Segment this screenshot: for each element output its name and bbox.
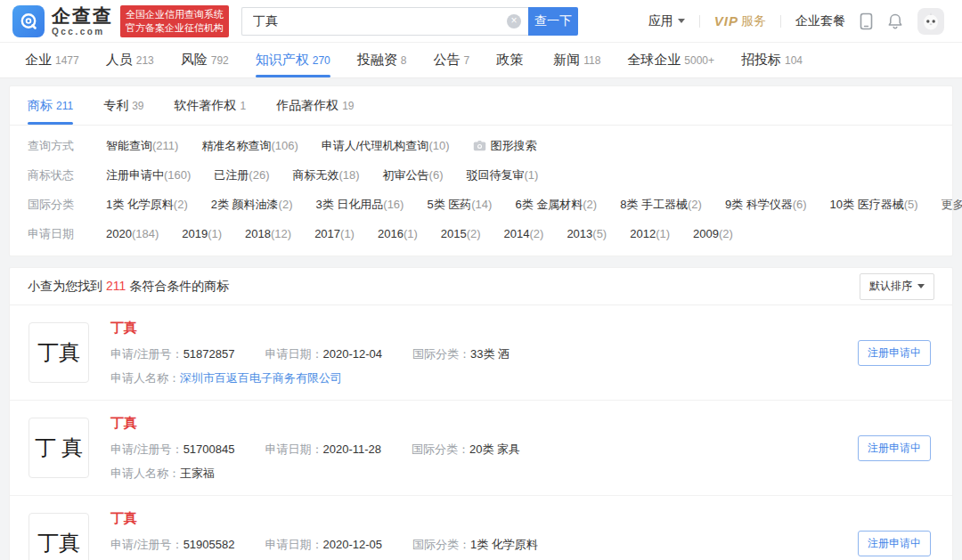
trademark-name-link[interactable]: 丁真 <box>110 415 137 432</box>
filter-row-query-method: 查询方式 智能查询(211) 精准名称查询(106) 申请人/代理机构查询(10… <box>28 131 934 160</box>
header-right-menu: 应用 VIP服务 企业套餐 <box>648 8 944 35</box>
filter-option[interactable]: 2016(1) <box>378 227 418 240</box>
trademark-result-row: 丁真 丁真 申请/注册号：51872857 申请日期：2020-12-04 国际… <box>10 305 952 401</box>
filter-panel: 商标211 专利39 软件著作权1 作品著作权19 查询方式 智能查询(211)… <box>9 85 953 256</box>
filter-row-trademark-status: 商标状态 注册申请中(160) 已注册(26) 商标无效(18) 初审公告(6)… <box>28 160 934 190</box>
filter-label: 商标状态 <box>28 167 106 183</box>
filter-option[interactable]: 注册申请中(160) <box>106 167 191 183</box>
user-avatar[interactable] <box>917 8 944 35</box>
filter-option[interactable]: 2015(2) <box>441 227 481 240</box>
application-date: 申请日期：2020-11-28 <box>265 442 381 458</box>
status-badge[interactable]: 注册申请中 <box>858 531 931 556</box>
divider <box>780 15 781 28</box>
filter-option[interactable]: 6类 金属材料(2) <box>515 197 597 213</box>
filter-option[interactable]: 2014(2) <box>504 227 544 240</box>
status-badge[interactable]: 注册申请中 <box>858 435 931 461</box>
filter-option[interactable]: 9类 科学仪器(6) <box>725 197 807 213</box>
trademark-image[interactable]: 丁真 <box>29 322 89 383</box>
mobile-app-icon[interactable] <box>860 12 873 30</box>
filter-option[interactable]: 智能查询(211) <box>106 138 178 154</box>
filter-option[interactable]: 8类 手工器械(2) <box>620 197 702 213</box>
qcc-logo-icon <box>12 5 45 37</box>
filter-label: 国际分类 <box>28 197 106 213</box>
clear-search-icon[interactable]: × <box>507 14 521 28</box>
trademark-name-link[interactable]: 丁真 <box>110 510 137 527</box>
qcc-logo-text: 企查查 Qcc.com <box>52 6 113 37</box>
international-class: 国际分类：1类 化学原料 <box>412 537 538 553</box>
trademark-name-link[interactable]: 丁真 <box>110 320 137 337</box>
filter-option[interactable]: 已注册(26) <box>214 167 269 183</box>
tab-investment[interactable]: 投融资8 <box>357 43 407 77</box>
trademark-image[interactable]: 丁真 <box>29 513 89 560</box>
filter-option[interactable]: 2012(1) <box>630 227 670 240</box>
filter-option[interactable]: 1类 化学原料(2) <box>106 197 188 213</box>
filter-option[interactable]: 申请人/代理机构查询(10) <box>322 138 450 154</box>
trademark-image[interactable]: 丁 真 <box>29 418 89 478</box>
vip-service-label: 服务 <box>741 13 766 29</box>
filter-option[interactable]: 2018(12) <box>245 227 291 240</box>
applicant-row: 申请人名称：深圳市百返百电子商务有限公司 <box>110 370 858 386</box>
filter-option[interactable]: 2类 颜料油漆(2) <box>211 197 293 213</box>
tab-announcement[interactable]: 公告7 <box>433 43 469 77</box>
filter-option[interactable]: 2020(184) <box>106 227 159 240</box>
filter-option[interactable]: 初审公告(6) <box>383 167 444 183</box>
subtab-software-copyright[interactable]: 软件著作权1 <box>175 86 247 125</box>
status-badge[interactable]: 注册申请中 <box>858 340 931 366</box>
tab-bidding[interactable]: 招投标104 <box>741 43 803 77</box>
filter-row-intl-class: 国际分类 1类 化学原料(2) 2类 颜料油漆(2) 3类 日化用品(16) 5… <box>28 190 934 219</box>
international-class: 国际分类：33类 酒 <box>412 346 510 362</box>
results-header: 小查为您找到211条符合条件的商标 默认排序 <box>10 268 952 305</box>
search-button[interactable]: 查一下 <box>528 7 578 36</box>
filter-option[interactable]: 2017(1) <box>314 227 355 240</box>
filter-rows: 查询方式 智能查询(211) 精准名称查询(106) 申请人/代理机构查询(10… <box>10 126 952 256</box>
filter-option[interactable]: 精准名称查询(106) <box>201 138 298 154</box>
application-date: 申请日期：2020-12-05 <box>265 537 382 553</box>
international-class: 国际分类：20类 家具 <box>412 442 520 458</box>
vip-service-link[interactable]: VIP服务 <box>714 13 766 29</box>
filter-option[interactable]: 2019(1) <box>182 227 222 240</box>
camera-icon <box>473 140 486 151</box>
tab-risk[interactable]: 风险792 <box>181 43 229 77</box>
tab-policy[interactable]: 政策 <box>496 43 526 77</box>
filter-option[interactable]: 2009(2) <box>693 227 733 240</box>
tab-people[interactable]: 人员213 <box>106 43 154 77</box>
registration-number: 申请/注册号：51872857 <box>110 346 234 362</box>
filter-row-apply-date: 申请日期 2020(184) 2019(1) 2018(12) 2017(1) … <box>28 219 934 248</box>
filter-option[interactable]: 2013(5) <box>567 227 607 240</box>
search-input[interactable] <box>253 14 507 28</box>
apps-menu[interactable]: 应用 <box>648 13 685 29</box>
divider <box>699 15 700 28</box>
more-classes-link[interactable]: 更多 <box>942 197 962 213</box>
tab-global-company[interactable]: 全球企业5000+ <box>627 43 714 77</box>
qcc-logo[interactable]: 企查查 Qcc.com <box>12 5 113 37</box>
filter-option[interactable]: 10类 医疗器械(5) <box>830 197 918 213</box>
applicant-name: 王家福 <box>180 467 215 480</box>
image-search-option[interactable]: 图形搜索 <box>473 138 537 154</box>
sort-dropdown[interactable]: 默认排序 <box>860 273 934 300</box>
search-box[interactable]: × <box>241 7 528 36</box>
filter-option[interactable]: 商标无效(18) <box>292 167 359 183</box>
chevron-down-icon <box>917 284 925 288</box>
subtab-work-copyright[interactable]: 作品著作权19 <box>276 86 354 125</box>
header: 企查查 Qcc.com 全国企业信用查询系统 官方备案企业征信机构 × 查一下 … <box>0 0 962 43</box>
brand-name-en: Qcc.com <box>52 28 113 37</box>
application-date: 申请日期：2020-12-04 <box>265 346 382 362</box>
brand-name-cn: 企查查 <box>52 6 113 25</box>
tab-intellectual-property[interactable]: 知识产权270 <box>256 43 330 77</box>
results-count: 211 <box>106 279 126 293</box>
notification-bell-icon[interactable] <box>887 12 903 30</box>
chevron-down-icon <box>678 19 685 23</box>
subtab-trademark[interactable]: 商标211 <box>28 86 73 125</box>
enterprise-package-link[interactable]: 企业套餐 <box>795 13 845 29</box>
filter-option[interactable]: 5类 医药(14) <box>427 197 492 213</box>
filter-option[interactable]: 驳回待复审(1) <box>467 167 539 183</box>
results-summary: 小查为您找到211条符合条件的商标 <box>28 279 229 295</box>
tab-company[interactable]: 企业1477 <box>25 43 79 77</box>
subtab-patent[interactable]: 专利39 <box>103 86 143 125</box>
applicant-link[interactable]: 深圳市百返百电子商务有限公司 <box>180 371 342 385</box>
trademark-result-row: 丁 真 丁真 申请/注册号：51700845 申请日期：2020-11-28 国… <box>10 401 952 496</box>
filter-label: 查询方式 <box>28 138 106 154</box>
filter-label: 申请日期 <box>28 226 106 242</box>
filter-option[interactable]: 3类 日化用品(16) <box>315 197 404 213</box>
tab-news[interactable]: 新闻118 <box>553 43 600 77</box>
